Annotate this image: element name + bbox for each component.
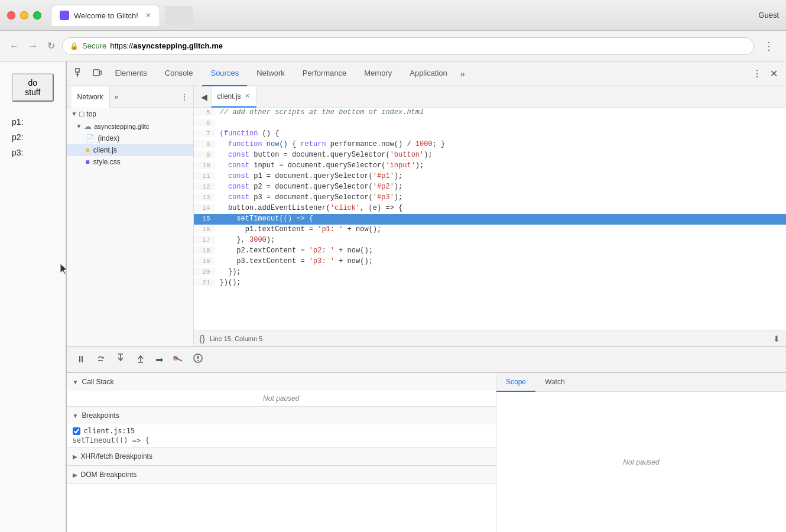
code-line-6: 6: [194, 118, 786, 129]
code-editor: ◀ client.js ✕ 5 // add other scripts at …: [194, 86, 786, 346]
code-tab-clientjs[interactable]: client.js ✕: [211, 86, 256, 108]
call-stack-header[interactable]: ▼ Call Stack: [67, 373, 496, 391]
tree-label-top: top: [86, 110, 96, 118]
pause-on-exceptions-button[interactable]: [190, 351, 206, 368]
left-panel: ▼ Call Stack Not paused ▼ Breakpoints: [67, 373, 496, 532]
breakpoints-icon: [173, 354, 183, 362]
call-stack-arrow: ▼: [73, 379, 79, 385]
code-tab-close[interactable]: ✕: [245, 92, 250, 100]
deactivate-breakpoints-button[interactable]: [170, 352, 186, 367]
call-stack-section: ▼ Call Stack Not paused: [67, 373, 496, 407]
p2-label: p2:: [12, 132, 54, 142]
step-out-button[interactable]: [133, 351, 148, 368]
step-button[interactable]: ➡: [153, 352, 165, 368]
tree-label-index: (index): [98, 134, 120, 142]
prev-file-button[interactable]: ◀: [199, 91, 210, 103]
svg-rect-3: [93, 70, 99, 76]
tab-performance[interactable]: Performance: [294, 61, 355, 86]
back-button[interactable]: ←: [7, 38, 21, 54]
inspect-icon: [75, 68, 85, 77]
step-into-button[interactable]: [113, 351, 128, 368]
tree-label-async: asyncstepping.glitc: [94, 123, 149, 130]
code-line-7: 7 (function () {: [194, 129, 786, 140]
breakpoint-checkbox[interactable]: [73, 427, 80, 435]
code-content[interactable]: 5 // add other scripts at the bottom of …: [194, 108, 786, 330]
code-line-5: 5 // add other scripts at the bottom of …: [194, 108, 786, 118]
tab-favicon: [60, 11, 69, 20]
do-stuff-button[interactable]: do stuff: [12, 73, 54, 102]
browser-tab[interactable]: Welcome to Glitch! ✕: [51, 5, 160, 26]
devtools-menu-button[interactable]: ⋮: [749, 68, 765, 79]
tree-item-asyncstepping[interactable]: ▼ ☁ asyncstepping.glitc: [67, 120, 193, 132]
source-tree-menu[interactable]: ⋮: [180, 92, 189, 102]
device-toolbar-button[interactable]: [89, 66, 106, 82]
breakpoint-item: client.js:15 setTimeout(() => {: [67, 424, 496, 447]
file-tree: Network » ⋮ ▼ □ top ▼ ☁ asyncstepping.gl…: [67, 86, 194, 346]
devtools-close-button[interactable]: ✕: [766, 68, 781, 79]
inspect-element-button[interactable]: [72, 66, 88, 82]
tree-item-index[interactable]: 📄 (index): [67, 132, 193, 144]
devtools: Elements Console Sources Network Perform…: [66, 61, 786, 532]
address-box[interactable]: 🔒 Secure https://asyncstepping.glitch.me: [62, 37, 754, 55]
code-line-14: 14 button.addEventListener('click', (e) …: [194, 203, 786, 214]
sources-inner: Network » ⋮ ▼ □ top ▼ ☁ asyncstepping.gl…: [67, 86, 786, 346]
network-tab[interactable]: Network: [72, 86, 110, 108]
cursor-position: Line 15, Column 5: [210, 335, 262, 342]
dom-section: ▶ DOM Breakpoints: [67, 466, 496, 484]
format-button[interactable]: {}: [200, 334, 205, 343]
folder-icon-top: □: [79, 109, 84, 118]
watch-tab[interactable]: Watch: [535, 373, 574, 392]
step-into-icon: [115, 353, 126, 364]
xhr-header[interactable]: ▶ XHR/fetch Breakpoints: [67, 447, 496, 465]
reload-button[interactable]: ↻: [45, 38, 57, 54]
tree-item-clientjs[interactable]: ■ client.js: [67, 144, 193, 156]
p1-label: p1:: [12, 117, 54, 126]
code-line-15: 15 setTimeout(() => {: [194, 214, 786, 225]
breakpoints-header[interactable]: ▼ Breakpoints: [67, 407, 496, 424]
code-line-13: 13 const p3 = document.querySelector('#p…: [194, 193, 786, 203]
tab-title: Welcome to Glitch!: [74, 11, 138, 20]
tree-label-clientjs: client.js: [93, 146, 117, 154]
minimize-button[interactable]: [20, 11, 28, 20]
tree-item-stylecss[interactable]: ■ style.css: [67, 156, 193, 168]
code-line-8: 8 function now() { return performance.no…: [194, 140, 786, 150]
debug-toolbar: ⏸: [67, 346, 786, 372]
exceptions-icon: [193, 353, 203, 364]
xhr-section: ▶ XHR/fetch Breakpoints: [67, 447, 496, 466]
new-tab-area: [165, 6, 193, 25]
code-line-11: 11 const p1 = document.querySelector('#p…: [194, 171, 786, 182]
tab-sources[interactable]: Sources: [202, 61, 247, 86]
pause-resume-button[interactable]: ⏸: [74, 352, 88, 367]
close-button[interactable]: [7, 11, 15, 20]
tab-elements[interactable]: Elements: [107, 61, 155, 86]
tree-item-top[interactable]: ▼ □ top: [67, 108, 193, 120]
step-over-icon: [95, 353, 106, 364]
dom-arrow: ▶: [73, 472, 77, 478]
breakpoints-section: ▼ Breakpoints client.js:15 setTimeout(()…: [67, 407, 496, 447]
bottom-panel: ▼ Call Stack Not paused ▼ Breakpoints: [67, 372, 786, 532]
tab-close-icon[interactable]: ✕: [145, 11, 151, 20]
scope-tab[interactable]: Scope: [496, 373, 535, 392]
more-tabs-button[interactable]: »: [457, 69, 469, 79]
forward-button[interactable]: →: [26, 38, 40, 54]
tab-network[interactable]: Network: [248, 61, 293, 86]
tab-application[interactable]: Application: [401, 61, 456, 86]
tab-console[interactable]: Console: [157, 61, 202, 86]
scope-tabs: Scope Watch: [496, 373, 786, 392]
traffic-lights: [7, 11, 41, 20]
code-tabs: ◀ client.js ✕: [194, 86, 786, 108]
sources-panel: Network » ⋮ ▼ □ top ▼ ☁ asyncstepping.gl…: [67, 86, 786, 532]
code-line-9: 9 const button = document.querySelector(…: [194, 150, 786, 161]
url-text: https://asyncstepping.glitch.me: [110, 41, 223, 50]
console-drawer-button[interactable]: ⬇: [773, 334, 780, 343]
scope-status: Not paused: [623, 458, 659, 466]
breakpoints-arrow: ▼: [73, 413, 79, 419]
dom-header[interactable]: ▶ DOM Breakpoints: [67, 466, 496, 484]
browser-menu-button[interactable]: ⋮: [759, 37, 779, 55]
maximize-button[interactable]: [33, 11, 41, 20]
code-line-18: 18 p2.textContent = 'p2: ' + now();: [194, 246, 786, 257]
step-over-button[interactable]: [93, 351, 108, 368]
more-source-tabs[interactable]: »: [112, 93, 121, 101]
svg-point-14: [197, 360, 199, 361]
tab-memory[interactable]: Memory: [356, 61, 400, 86]
